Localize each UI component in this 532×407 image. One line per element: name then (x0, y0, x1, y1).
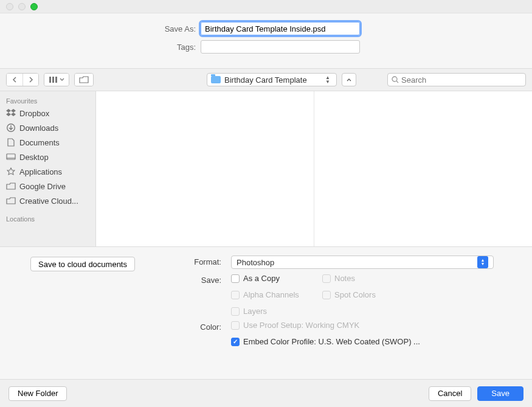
sidebar-item-label: Google Drive (19, 182, 66, 191)
svg-rect-1 (52, 77, 54, 83)
checkbox-label: Layers (243, 307, 267, 316)
location-popup[interactable]: Birthday Card Template ▲▼ (207, 73, 337, 86)
svg-rect-6 (7, 154, 15, 159)
folder-outline-icon (79, 76, 89, 83)
group-button[interactable] (74, 73, 94, 86)
svg-rect-2 (55, 77, 57, 83)
svg-line-4 (396, 81, 398, 83)
sidebar-item-applications[interactable]: Applications (0, 164, 95, 179)
downloads-icon (6, 123, 16, 133)
checkbox-label: As a Copy (243, 274, 280, 283)
checkbox-label: Alpha Channels (243, 290, 299, 299)
checkbox-label: Embed Color Profile: U.S. Web Coated (SW… (243, 337, 420, 346)
checkbox-alpha-channels: Alpha Channels (231, 290, 322, 299)
checkbox-embed-color-profile[interactable]: Embed Color Profile: U.S. Web Coated (SW… (231, 337, 520, 346)
checkbox-layers: Layers (231, 307, 322, 316)
format-popup[interactable]: Photoshop ▲▼ (231, 256, 494, 269)
sidebar-item-label: Creative Cloud... (19, 197, 78, 206)
titlebar (0, 0, 532, 13)
chevron-right-icon (29, 77, 33, 83)
checkbox-label: Use Proof Setup: Working CMYK (243, 321, 359, 330)
checkbox-box (231, 274, 240, 283)
window-minimize-button[interactable] (18, 3, 26, 10)
file-browser: Favourites Dropbox Downloads Documents D… (0, 91, 532, 247)
checkbox-as-a-copy[interactable]: As a Copy (231, 274, 322, 283)
desktop-icon (6, 152, 16, 162)
checkbox-box (322, 291, 331, 299)
search-input[interactable] (401, 75, 522, 85)
format-value: Photoshop (237, 258, 274, 267)
save-as-input[interactable] (201, 22, 360, 35)
browser-column-2[interactable] (314, 91, 532, 246)
chevron-down-icon (60, 78, 64, 82)
browser-column-1[interactable] (96, 91, 314, 246)
view-mode-select[interactable] (44, 73, 69, 86)
search-field[interactable] (387, 73, 526, 86)
sidebar-item-label: Applications (19, 167, 62, 176)
columns-icon (49, 77, 58, 83)
sidebar-item-label: Dropbox (19, 109, 49, 118)
checkbox-label: Notes (334, 274, 355, 283)
window-zoom-button[interactable] (30, 3, 38, 10)
sidebar-item-google-drive[interactable]: Google Drive (0, 179, 95, 193)
new-folder-button[interactable]: New Folder (9, 386, 67, 401)
chevron-left-icon (12, 77, 17, 83)
cancel-button[interactable]: Cancel (429, 386, 471, 401)
nav-back-button[interactable] (7, 74, 22, 86)
save-as-form: Save As: Tags: (0, 13, 532, 68)
tags-label: Tags: (0, 43, 201, 52)
dropbox-icon (6, 108, 16, 118)
checkbox-use-proof-setup: Use Proof Setup: Working CMYK (231, 321, 520, 330)
sidebar-item-label: Downloads (19, 123, 58, 133)
search-icon (392, 76, 399, 83)
checkbox-label: Spot Colors (334, 290, 376, 299)
nav-back-forward (6, 73, 39, 86)
checkbox-box (322, 274, 331, 283)
dialog-footer: New Folder Cancel Save (0, 379, 532, 407)
checkbox-box (231, 291, 240, 299)
chevron-up-icon (347, 78, 351, 82)
sidebar-locations-header: Locations (0, 213, 95, 224)
folder-icon (6, 181, 16, 191)
nav-forward-button[interactable] (22, 74, 38, 86)
applications-icon (6, 167, 16, 176)
location-folder-label: Birthday Card Template (224, 75, 307, 85)
save-options: Save to cloud documents Format: Photosho… (0, 247, 532, 346)
sidebar-item-label: Documents (19, 138, 60, 147)
sidebar-item-desktop[interactable]: Desktop (0, 150, 95, 164)
folder-icon (211, 76, 221, 83)
checkbox-box (231, 321, 240, 330)
popup-arrows-icon: ▲▼ (477, 256, 488, 268)
color-options-label: Color: (12, 321, 231, 332)
save-as-label: Save As: (0, 24, 201, 33)
sidebar-item-dropbox[interactable]: Dropbox (0, 106, 95, 120)
documents-icon (6, 137, 16, 147)
checkbox-box (231, 307, 240, 316)
save-button[interactable]: Save (477, 386, 523, 401)
collapse-button[interactable] (342, 73, 356, 86)
stepper-icon: ▲▼ (323, 75, 333, 84)
checkbox-spot-colors: Spot Colors (322, 290, 432, 299)
sidebar-item-documents[interactable]: Documents (0, 135, 95, 150)
save-to-cloud-button[interactable]: Save to cloud documents (30, 257, 135, 271)
folder-icon (6, 196, 16, 206)
save-options-label: Save: (12, 274, 231, 285)
svg-rect-0 (49, 77, 51, 83)
checkbox-box (231, 338, 240, 346)
finder-toolbar: Birthday Card Template ▲▼ (0, 68, 532, 91)
tags-input[interactable] (201, 40, 360, 54)
sidebar-item-downloads[interactable]: Downloads (0, 120, 95, 135)
checkbox-notes: Notes (322, 274, 432, 283)
window-close-button[interactable] (6, 3, 13, 10)
sidebar-favourites-header: Favourites (0, 95, 95, 106)
svg-point-3 (392, 77, 397, 82)
sidebar: Favourites Dropbox Downloads Documents D… (0, 91, 96, 246)
sidebar-item-label: Desktop (19, 153, 49, 162)
sidebar-item-creative-cloud[interactable]: Creative Cloud... (0, 193, 95, 208)
